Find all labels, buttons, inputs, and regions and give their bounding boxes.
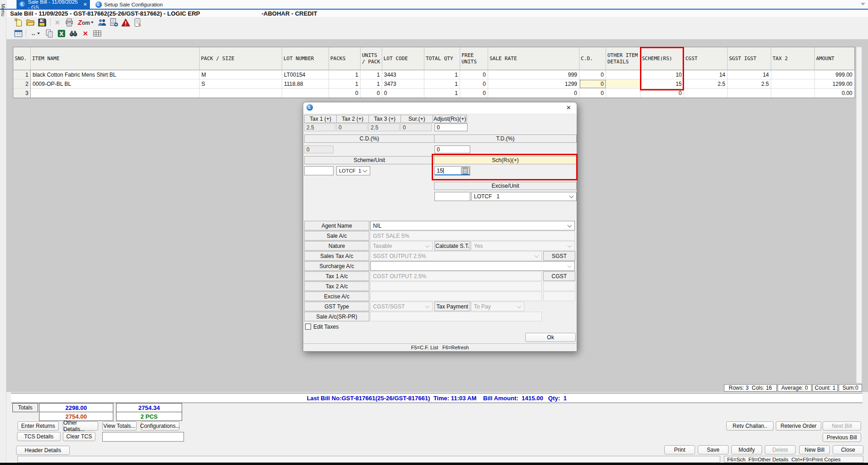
calc-add-icon[interactable] <box>109 18 118 27</box>
print-button[interactable]: Print <box>664 445 695 454</box>
retv-challan-button[interactable]: Retv Challan.. <box>726 421 773 431</box>
grid-column-header[interactable]: SGST IGST <box>728 47 771 70</box>
new-icon[interactable] <box>14 18 23 27</box>
grid-cell[interactable]: 1299.00 <box>815 79 855 89</box>
nature-combo[interactable]: Taxable <box>370 241 433 251</box>
users-icon[interactable] <box>97 18 106 27</box>
tab-sale-bill[interactable]: L Sale Bill - 11/09/2025 - GS... ✕ <box>17 0 90 9</box>
grid-cell[interactable] <box>200 89 282 98</box>
save-icon[interactable] <box>38 18 47 27</box>
grid-cell[interactable]: 1 <box>424 89 460 98</box>
grid-cell[interactable]: 0 <box>382 89 424 98</box>
grid-column-header[interactable]: PACKS <box>329 47 361 70</box>
grid-cell[interactable]: 999.00 <box>815 70 855 79</box>
grid-cell[interactable]: 0 <box>460 70 488 79</box>
grid-cell[interactable] <box>606 70 640 79</box>
clear-tcs-button[interactable]: Clear TCS <box>63 432 95 441</box>
grid-cell[interactable]: S <box>200 79 282 89</box>
grid-cell[interactable] <box>606 89 640 98</box>
grid-cell[interactable]: 1 <box>361 79 382 89</box>
reterive-order-button[interactable]: Reterive Order <box>776 421 821 431</box>
grid-cell[interactable]: 1118.88 <box>282 79 329 89</box>
grid-cell[interactable]: 0 <box>460 89 488 98</box>
settings-icon[interactable] <box>14 29 23 38</box>
grid-column-header[interactable]: UNITS / PACK <box>361 47 382 70</box>
grid-cell[interactable]: 10 <box>640 70 684 79</box>
grid-column-header[interactable]: SALE RATE <box>488 47 579 70</box>
grid-cell[interactable]: 3443 <box>382 70 424 79</box>
grid-column-header[interactable]: TOTAL QTY <box>424 47 460 70</box>
grid-cell[interactable] <box>771 89 815 98</box>
agent-name-combo[interactable]: NIL <box>370 221 575 230</box>
gst-type-combo[interactable]: CGST/SGST <box>370 302 433 311</box>
grid-cell[interactable]: 1 <box>424 70 460 79</box>
grid-cell[interactable]: 1 <box>13 70 31 79</box>
previous-bill-button[interactable]: Previous Bill <box>823 433 861 442</box>
grid-cell[interactable]: 1 <box>329 70 361 79</box>
grid-cell[interactable]: black Cotton Fabric Mens Shirt BL <box>31 70 200 79</box>
grid-cell[interactable]: 999 <box>488 70 579 79</box>
sgst-button[interactable]: SGST <box>543 251 575 261</box>
tcs-details-button[interactable]: TCS Details <box>17 432 61 441</box>
grid-column-header[interactable]: TAX 2 <box>771 47 815 70</box>
tax-payment-combo[interactable]: To Pay <box>471 302 524 311</box>
ok-button[interactable]: Ok <box>525 333 576 342</box>
calculate-st-combo[interactable]: Yes <box>471 241 575 251</box>
alert-icon[interactable] <box>121 18 130 27</box>
grid-cell[interactable] <box>684 89 728 98</box>
view-totals-button[interactable]: View Totals... <box>102 421 137 431</box>
grid-cell[interactable]: 0.00 <box>815 89 855 98</box>
zoom-icon[interactable]: Zom <box>77 18 95 27</box>
grid-cell[interactable]: 0 <box>488 89 579 98</box>
grid-cell[interactable]: 3473 <box>382 79 424 89</box>
find-icon[interactable] <box>69 29 78 38</box>
grid-column-header[interactable]: SNO. <box>13 47 31 70</box>
grid-cell[interactable]: 0 <box>579 89 606 98</box>
grid-cell[interactable] <box>771 79 815 89</box>
grid-cell[interactable] <box>606 79 640 89</box>
copy-icon[interactable] <box>45 29 54 38</box>
grid-column-header[interactable]: ITEM NAME <box>31 47 200 70</box>
menu-strip[interactable]: Menu <box>0 0 6 465</box>
grid-cell[interactable]: 0 <box>640 89 684 98</box>
remove-icon[interactable]: ✕ <box>81 29 90 38</box>
calculator-icon[interactable] <box>461 167 469 174</box>
grid-cell[interactable]: 0009-OP-BL BL <box>31 79 200 89</box>
grid-cell[interactable]: LT00154 <box>282 70 329 79</box>
grid-cell[interactable]: 0 <box>329 89 361 98</box>
grid-cell[interactable]: 14 <box>684 70 728 79</box>
grid-column-header[interactable]: FREE UNITS <box>460 47 488 70</box>
other-details-button[interactable]: Other Details... <box>63 421 98 431</box>
adjust-value-input[interactable]: 0 <box>434 123 467 131</box>
grid-column-header[interactable]: C.D. <box>579 47 606 70</box>
grid-cell[interactable]: 1 <box>329 79 361 89</box>
grid-column-header[interactable]: OTHER ITEM DETAILS <box>606 47 640 70</box>
grid-cell[interactable]: M <box>200 70 282 79</box>
grid-cell[interactable]: 14 <box>728 70 771 79</box>
grid-cell[interactable]: 0 <box>460 79 488 89</box>
sales-tax-ac-combo[interactable]: SGST OUTPUT 2.5% <box>370 251 542 261</box>
tab-close-icon[interactable]: ✕ <box>83 2 87 7</box>
td-percent-input[interactable]: 0 <box>434 146 470 153</box>
excise-unit-input[interactable] <box>434 192 470 201</box>
grid-cell[interactable]: 2.5 <box>684 79 728 89</box>
grid-icon[interactable] <box>93 29 102 38</box>
tcs-input[interactable] <box>102 432 184 442</box>
notes-icon[interactable] <box>133 18 142 27</box>
grid-column-header[interactable]: SCHEME(RS) <box>640 47 684 70</box>
grid-column-header[interactable]: LOT NUMBER <box>282 47 329 70</box>
grid-cell[interactable] <box>31 89 200 98</box>
grid-column-header[interactable]: CGST <box>684 47 728 70</box>
configurations-button[interactable]: Configurations... <box>141 421 179 431</box>
open-icon[interactable] <box>26 18 35 27</box>
grid-cell[interactable]: 0 <box>579 70 606 79</box>
grid-cell[interactable]: 1299 <box>488 79 579 89</box>
grid-cell[interactable] <box>282 89 329 98</box>
grid-cell[interactable] <box>771 70 815 79</box>
vertical-scrollbar[interactable] <box>856 47 862 383</box>
cgst-button[interactable]: CGST <box>543 271 575 281</box>
col-width-icon[interactable]: ↔ <box>28 29 42 38</box>
new-bill-button[interactable]: New Bill <box>799 445 830 454</box>
excise-unit-combo[interactable]: LOTCF 1 <box>471 192 577 201</box>
grid-cell[interactable]: 1 <box>361 70 382 79</box>
